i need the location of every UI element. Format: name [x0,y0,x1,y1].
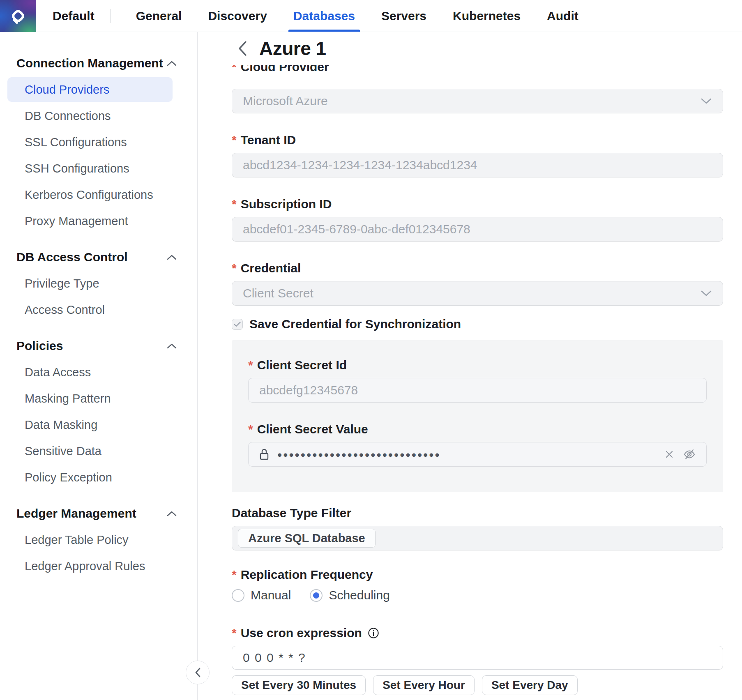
cloud-provider-label: * Cloud Provider [232,65,723,75]
save-credential-checkbox[interactable] [232,319,243,330]
required-asterisk: * [232,196,237,212]
sidebar-header-label: DB Access Control [16,250,128,264]
sidebar-item-ledger-table-policy[interactable]: Ledger Table Policy [0,527,197,553]
sidebar-header-label: Ledger Management [16,507,136,520]
sidebar-header-ledger-management[interactable]: Ledger Management [0,500,197,527]
main-content: Azure 1 * Cloud Provider Microsoft Azure… [198,32,742,700]
tenant-id-label: * Tenant ID [232,132,723,148]
sidebar-header-label: Policies [16,339,63,353]
sidebar: Connection Management Cloud Providers DB… [0,32,198,700]
back-button[interactable] [237,39,248,58]
tenant-id-input[interactable]: abcd1234-1234-1234-1234-1234abcd1234 [232,153,723,177]
cloud-provider-value: Microsoft Azure [243,94,328,108]
database-type-filter-select[interactable]: Azure SQL Database [232,526,723,550]
replication-frequency-label: * Replication Frequency [232,567,723,583]
clear-icon[interactable] [664,449,674,459]
sidebar-section-connection-management: Connection Management Cloud Providers DB… [0,50,197,234]
chevron-up-icon [167,511,177,516]
radio-manual[interactable]: Manual [232,588,291,602]
client-secret-value-input[interactable]: •••••••••••••••••••••••••••• [248,442,707,467]
client-secret-value-label: * Client Secret Value [248,421,707,437]
tab-general[interactable]: General [136,0,182,32]
app-logo-icon [9,7,28,25]
tab-databases[interactable]: Databases [293,0,355,32]
sidebar-header-connection-management[interactable]: Connection Management [0,50,197,76]
sidebar-item-sensitive-data[interactable]: Sensitive Data [0,438,197,464]
sidebar-header-policies[interactable]: Policies [0,333,197,359]
required-asterisk: * [232,625,237,641]
sidebar-item-ledger-approval-rules[interactable]: Ledger Approval Rules [0,553,197,579]
database-type-filter-label: Database Type Filter [232,505,723,521]
sidebar-item-data-access[interactable]: Data Access [0,359,197,385]
subscription-id-input[interactable]: abcdef01-2345-6789-0abc-def012345678 [232,217,723,242]
sidebar-item-ssh-configurations[interactable]: SSH Configurations [0,155,197,182]
nav-separator [110,9,111,23]
radio-scheduling-label: Scheduling [329,588,389,602]
sidebar-section-db-access-control: DB Access Control Privilege Type Access … [0,244,197,323]
sidebar-item-privilege-type[interactable]: Privilege Type [0,270,197,297]
eye-slash-icon[interactable] [683,448,696,461]
tenant-id-value: abcd1234-1234-1234-1234-1234abcd1234 [243,158,477,172]
subscription-id-group: * Subscription ID abcdef01-2345-6789-0ab… [232,196,723,242]
required-asterisk: * [248,421,253,437]
credential-group: * Credential Client Secret [232,260,723,306]
credential-value: Client Secret [243,286,313,300]
info-icon[interactable] [368,627,379,639]
radio-scheduling[interactable]: Scheduling [310,588,389,602]
save-credential-row: Save Credential for Synchronization [232,317,723,331]
cron-expression-input[interactable]: 0 0 0 * * ? [232,646,723,670]
client-secret-id-group: * Client Secret Id abcdefg12345678 [248,357,707,403]
sidebar-header-db-access-control[interactable]: DB Access Control [0,244,197,270]
set-every-hour-button[interactable]: Set Every Hour [373,675,475,695]
chevron-down-icon [701,290,712,297]
workspace-name[interactable]: Default [53,9,94,23]
sidebar-item-masking-pattern[interactable]: Masking Pattern [0,385,197,412]
database-type-tag: Azure SQL Database [238,529,376,548]
database-type-filter-group: Database Type Filter Azure SQL Database [232,505,723,550]
subscription-id-value: abcdef01-2345-6789-0abc-def012345678 [243,222,470,236]
radio-manual-circle [232,589,244,602]
sidebar-item-data-masking[interactable]: Data Masking [0,412,197,438]
app-logo[interactable] [0,0,36,32]
sidebar-section-ledger-management: Ledger Management Ledger Table Policy Le… [0,500,197,579]
client-secret-value-group: * Client Secret Value ••••••••••••••••••… [248,421,707,467]
tab-servers[interactable]: Servers [381,0,426,32]
sidebar-item-cloud-providers[interactable]: Cloud Providers [7,77,173,102]
client-secret-id-label: * Client Secret Id [248,357,707,373]
cron-expression-value: 0 0 0 * * ? [243,651,306,665]
tenant-id-group: * Tenant ID abcd1234-1234-1234-1234-1234… [232,132,723,177]
chevron-up-icon [167,343,177,349]
required-asterisk: * [232,132,237,148]
nav-tabs: General Discovery Databases Servers Kube… [136,0,578,32]
password-field-actions [664,448,696,461]
client-secret-id-value: abcdefg12345678 [259,383,358,397]
chevron-up-icon [167,60,177,66]
client-secret-panel: * Client Secret Id abcdefg12345678 * Cli… [232,340,723,492]
sidebar-item-ssl-configurations[interactable]: SSL Configurations [0,129,197,155]
client-secret-id-input[interactable]: abcdefg12345678 [248,378,707,403]
sidebar-item-db-connections[interactable]: DB Connections [0,103,197,129]
tab-kubernetes[interactable]: Kubernetes [453,0,521,32]
sidebar-collapse-button[interactable] [186,661,210,684]
radio-scheduling-circle [310,589,323,602]
chevron-down-icon [701,98,712,104]
app-shell: Connection Management Cloud Providers DB… [0,32,742,700]
form-scroll-area: * Cloud Provider Microsoft Azure * Tenan… [198,65,742,700]
sidebar-item-access-control[interactable]: Access Control [0,297,197,323]
sidebar-item-policy-exception[interactable]: Policy Exception [0,464,197,490]
set-every-30-minutes-button[interactable]: Set Every 30 Minutes [232,675,366,695]
save-credential-label: Save Credential for Synchronization [249,317,461,331]
sidebar-item-proxy-management[interactable]: Proxy Management [0,208,197,234]
tab-audit[interactable]: Audit [547,0,578,32]
cloud-provider-select[interactable]: Microsoft Azure [232,89,723,113]
masked-password-value: •••••••••••••••••••••••••••• [277,448,664,461]
cron-preset-buttons: Set Every 30 Minutes Set Every Hour Set … [232,675,723,695]
tab-discovery[interactable]: Discovery [208,0,267,32]
sidebar-item-kerberos-configurations[interactable]: Kerberos Configurations [0,182,197,208]
chevron-up-icon [167,254,177,260]
lock-icon [259,448,269,461]
required-asterisk: * [232,567,237,583]
subscription-id-label: * Subscription ID [232,196,723,212]
credential-select[interactable]: Client Secret [232,281,723,306]
set-every-day-button[interactable]: Set Every Day [482,675,578,695]
